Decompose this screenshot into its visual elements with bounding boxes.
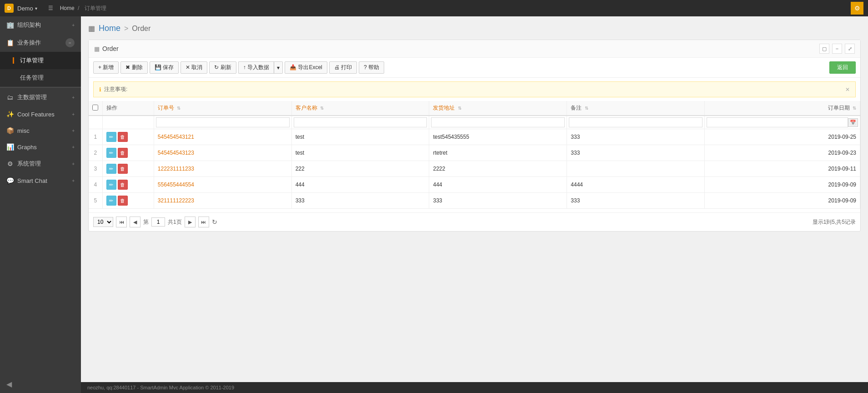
notice-icon: ℹ (99, 86, 101, 93)
th-order-no[interactable]: 订单号 ⇅ (154, 101, 291, 116)
th-remark[interactable]: 备注 ⇅ (567, 101, 705, 116)
master-expand-icon: + (72, 95, 75, 100)
sort-customer-icon: ⇅ (320, 106, 324, 111)
edit-btn[interactable]: ✏ (106, 180, 116, 190)
delete-btn[interactable]: 🗑 (118, 148, 128, 158)
return-button[interactable]: 返回 (829, 61, 856, 74)
sidebar-label-sysadmin: 系统管理 (17, 160, 72, 168)
edit-btn[interactable]: ✏ (106, 148, 116, 158)
sidebar-label-master: 主数据管理 (17, 93, 72, 101)
row-actions-cell: ✏ 🗑 (102, 145, 154, 161)
settings-icon[interactable]: ⚙ (851, 2, 863, 15)
save-button[interactable]: 💾 保存 (150, 61, 179, 74)
sidebar-item-misc[interactable]: 📦 misc + (0, 122, 81, 139)
edit-btn[interactable]: ✏ (106, 132, 116, 142)
cool-icon: ✨ (6, 111, 14, 118)
delete-button[interactable]: ✖ 删除 (120, 61, 147, 74)
edit-btn[interactable]: ✏ (106, 196, 116, 206)
th-order-date[interactable]: 订单日期 ⇅ (705, 101, 860, 116)
nav-icon: ☰ (46, 4, 55, 13)
sidebar-item-task[interactable]: 任务管理 (0, 69, 81, 86)
row-actions-cell: ✏ 🗑 (102, 129, 154, 145)
sidebar-label-biz: 业务操作 (17, 39, 65, 47)
select-all-checkbox[interactable] (92, 105, 98, 111)
app-dropdown-icon[interactable]: ▾ (35, 6, 37, 11)
order-table: 操作 订单号 ⇅ 客户名称 ⇅ 发货地址 ⇅ (89, 101, 860, 209)
page-size-select[interactable]: 10 20 50 (93, 217, 113, 227)
edit-btn[interactable]: ✏ (106, 164, 116, 174)
row-actions: ✏ 🗑 (106, 180, 150, 190)
home-link[interactable]: Home (99, 24, 120, 33)
import-dropdown-button[interactable]: ▾ (274, 61, 283, 74)
row-remark (567, 161, 705, 177)
th-action: 操作 (102, 101, 154, 116)
pagination-refresh-btn[interactable]: ↻ (212, 218, 217, 226)
next-page-btn[interactable]: ▶ (185, 217, 196, 227)
biz-collapse-icon[interactable]: − (65, 38, 75, 47)
filter-customer[interactable] (294, 117, 427, 127)
row-num: 3 (89, 161, 102, 177)
sidebar-label-order: 订单管理 (20, 56, 75, 65)
refresh-button[interactable]: ↻ 刷新 (209, 61, 236, 74)
filter-address[interactable] (431, 117, 565, 127)
delete-btn[interactable]: 🗑 (118, 196, 128, 206)
breadcrumb-home[interactable]: Home (60, 5, 75, 11)
sidebar-item-order[interactable]: 订单管理 (0, 52, 81, 69)
page-number-input[interactable] (151, 217, 165, 227)
sidebar-item-biz[interactable]: 📋 业务操作 − (0, 34, 81, 52)
org-expand-icon: + (72, 23, 75, 28)
add-button[interactable]: + 新增 (93, 61, 119, 74)
card-expand-btn[interactable]: ⤢ (845, 44, 855, 54)
prev-page-btn[interactable]: ◀ (130, 217, 140, 227)
sysadmin-expand-icon: + (72, 161, 75, 166)
export-excel-button[interactable]: 📥 导出Excel (285, 61, 327, 74)
cancel-button[interactable]: ✕ 取消 (181, 61, 207, 74)
row-remark: 333 (567, 193, 705, 209)
card-minimize-btn[interactable]: − (832, 44, 842, 54)
sidebar-item-graphs[interactable]: 📊 Graphs + (0, 139, 81, 155)
delete-btn[interactable]: 🗑 (118, 180, 128, 190)
sidebar-collapse-button[interactable]: ◀ (6, 380, 12, 388)
sidebar-item-sysadmin[interactable]: ⚙ 系统管理 + (0, 155, 81, 172)
row-customer: 333 (291, 193, 429, 209)
active-indicator (13, 57, 16, 64)
row-customer: 222 (291, 161, 429, 177)
sidebar-item-cool[interactable]: ✨ Cool Features + (0, 106, 81, 122)
print-button[interactable]: 🖨 打印 (329, 61, 357, 74)
help-button[interactable]: ? 帮助 (359, 61, 384, 74)
breadcrumb: Home / 订单管理 (60, 5, 108, 12)
app-name: Demo (17, 5, 33, 12)
sidebar: 🏢 组织架构 + 📋 业务操作 − 订单管理 任务管理 🗂 主数据管理 + ✨ … (0, 16, 81, 393)
import-group: ↑ 导入数据 ▾ (238, 61, 283, 74)
toolbar: + 新增 ✖ 删除 💾 保存 ✕ 取消 ↻ 刷新 ↑ 导入数据 ▾ 📥 导出Ex… (89, 58, 860, 78)
card-title: Order (102, 45, 819, 52)
row-order-no: 122231111233 (154, 161, 291, 177)
card-square-btn[interactable]: ▢ (819, 44, 829, 54)
first-page-btn[interactable]: ⏮ (116, 217, 127, 227)
row-order-date: 2019-09-25 (705, 129, 860, 145)
date-picker-btn[interactable]: 📅 (848, 118, 858, 127)
th-address[interactable]: 发货地址 ⇅ (429, 101, 567, 116)
last-page-btn[interactable]: ⏭ (198, 217, 209, 227)
sidebar-item-org[interactable]: 🏢 组织架构 + (0, 16, 81, 34)
row-remark: 333 (567, 145, 705, 161)
chat-expand-icon: + (72, 178, 75, 183)
filter-date[interactable] (707, 117, 848, 127)
row-actions: ✏ 🗑 (106, 148, 150, 158)
notice-close-icon[interactable]: ✕ (845, 86, 850, 93)
delete-btn[interactable]: 🗑 (118, 164, 128, 174)
import-button[interactable]: ↑ 导入数据 (238, 61, 274, 74)
row-order-no: 545454543121 (154, 129, 291, 145)
th-customer[interactable]: 客户名称 ⇅ (291, 101, 429, 116)
footer-text: neozhu, qq:28440117 - SmartAdmin Mvc App… (87, 385, 234, 390)
row-remark: 333 (567, 129, 705, 145)
sidebar-item-chat[interactable]: 💬 Smart Chat + (0, 172, 81, 189)
filter-remark[interactable] (569, 117, 702, 127)
delete-btn[interactable]: 🗑 (118, 132, 128, 142)
cool-expand-icon: + (72, 112, 75, 117)
sidebar-item-master[interactable]: 🗂 主数据管理 + (0, 89, 81, 106)
filter-order-no[interactable] (156, 117, 290, 127)
table-row: 3 ✏ 🗑 122231111233 222 2222 2019-09-11 (89, 161, 860, 177)
row-address: test545435555 (429, 129, 567, 145)
order-card: ▦ Order ▢ − ⤢ + 新增 ✖ 删除 💾 保存 ✕ 取消 ↻ 刷新 (88, 40, 861, 232)
